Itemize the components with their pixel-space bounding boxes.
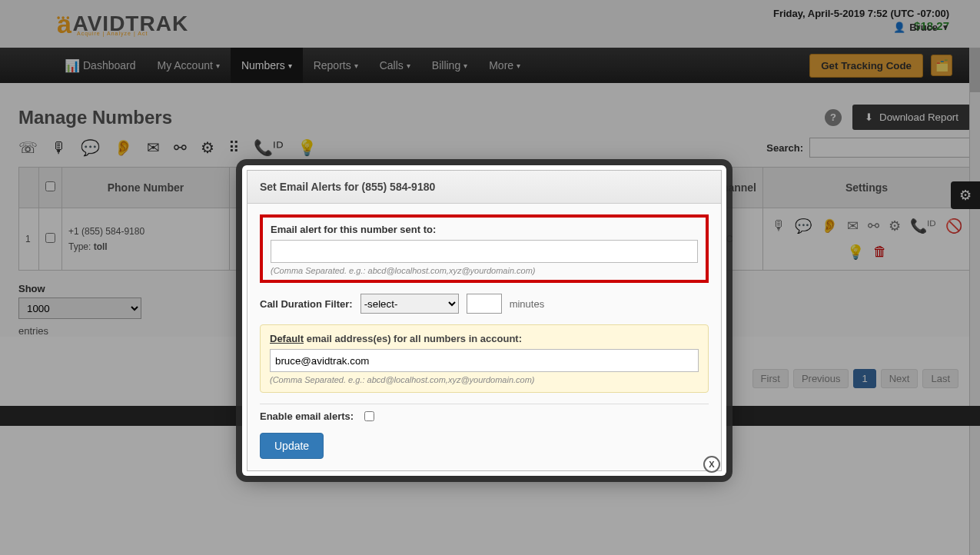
email-alerts-modal: Set Email Alerts for (855) 584-9180 Emai… (242, 165, 726, 476)
default-label-rest: email address(es) for all numbers in acc… (304, 333, 522, 344)
email-alert-input[interactable] (271, 240, 698, 263)
email-alert-hint: (Comma Separated. e.g.: abcd@localhost.c… (271, 266, 698, 275)
duration-filter-row: Call Duration Filter: -select- minutes (260, 294, 709, 314)
duration-minutes-input[interactable] (467, 294, 502, 314)
modal-title: Set Email Alerts for (855) 584-9180 (247, 171, 721, 204)
default-label-underline: Default (270, 333, 304, 344)
default-email-box: Default email address(es) for all number… (260, 324, 709, 393)
duration-select[interactable]: -select- (360, 294, 459, 314)
default-hint: (Comma Separated. e.g.: abcd@localhost.c… (270, 375, 699, 384)
update-button[interactable]: Update (260, 433, 324, 459)
modal-scroll[interactable]: Set Email Alerts for (855) 584-9180 Emai… (247, 170, 722, 471)
modal-close-button[interactable]: X (703, 456, 720, 473)
default-email-input[interactable] (270, 349, 699, 372)
modal-body: Email alert for this number sent to: (Co… (247, 204, 721, 470)
enable-label: Enable email alerts: (260, 410, 354, 422)
minutes-label: minutes (510, 298, 545, 310)
duration-label: Call Duration Filter: (260, 298, 353, 310)
enable-email-row: Enable email alerts: (260, 404, 709, 433)
email-alert-highlight-box: Email alert for this number sent to: (Co… (260, 214, 709, 283)
enable-email-checkbox[interactable] (364, 411, 374, 421)
email-alert-label: Email alert for this number sent to: (271, 224, 698, 235)
